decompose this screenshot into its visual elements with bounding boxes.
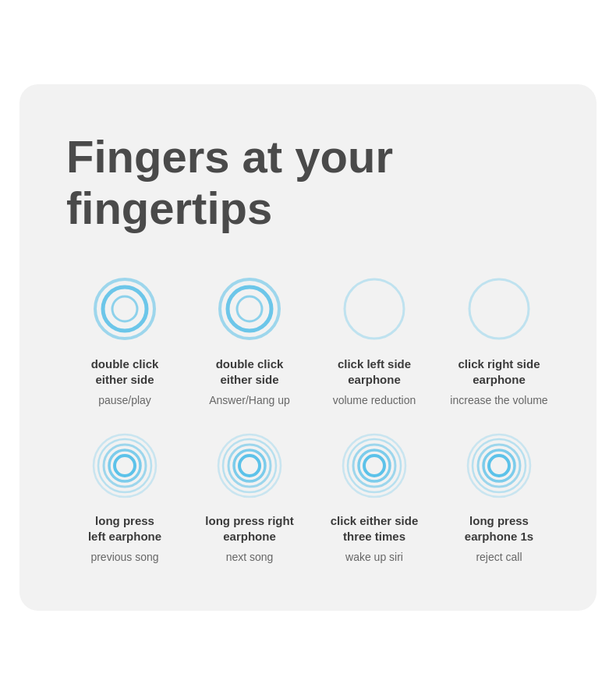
feature-item-long-press-1s-reject: long pressearphone 1s reject call [441, 431, 558, 564]
main-card: Fingers at your fingertips double clicke… [19, 84, 597, 612]
svg-point-29 [489, 456, 509, 476]
item-title-long-press-left-prev: long pressleft earphone [88, 513, 161, 544]
svg-point-6 [345, 279, 404, 339]
svg-point-8 [469, 279, 529, 339]
icon-long-press-right-next [214, 431, 285, 501]
svg-point-24 [364, 456, 384, 476]
icon-long-press-1s-reject [464, 431, 534, 501]
feature-item-long-press-left-prev: long pressleft earphone previous song [66, 431, 183, 564]
feature-item-double-click-either-answer: double clickeither side Answer/Hang up [191, 274, 308, 407]
svg-point-2 [112, 296, 137, 321]
item-title-triple-click-siri: click either sidethree times [331, 513, 419, 544]
features-grid: double clickeither side pause/play doubl… [66, 274, 558, 564]
svg-point-16 [223, 439, 276, 492]
main-title: Fingers at your fingertips [66, 131, 558, 235]
svg-point-1 [103, 287, 147, 331]
feature-item-click-left-volume-down: click left sideearphone volume reduction [316, 274, 433, 407]
icon-double-click-either-pause [90, 274, 160, 344]
item-title-click-right-volume-up: click right sideearphone [458, 356, 540, 387]
svg-point-26 [473, 439, 526, 492]
icon-click-left-volume-down [339, 274, 409, 344]
svg-point-11 [98, 439, 151, 492]
item-title-long-press-right-next: long press rightearphone [205, 513, 293, 544]
svg-point-19 [239, 456, 260, 476]
feature-item-long-press-right-next: long press rightearphone next song [191, 431, 308, 564]
item-title-double-click-either-answer: double clickeither side [216, 356, 284, 387]
item-subtitle-long-press-right-next: next song [226, 550, 274, 564]
item-subtitle-click-left-volume-down: volume reduction [333, 393, 416, 407]
item-subtitle-triple-click-siri: wake up siri [345, 550, 403, 564]
icon-triple-click-siri [339, 431, 409, 501]
feature-item-click-right-volume-up: click right sideearphone increase the vo… [441, 274, 558, 407]
item-subtitle-double-click-either-pause: pause/play [98, 393, 151, 407]
item-title-double-click-either-pause: double clickeither side [91, 356, 159, 387]
item-subtitle-long-press-left-prev: previous song [90, 550, 158, 564]
icon-double-click-either-answer [214, 274, 285, 344]
svg-point-4 [228, 287, 271, 331]
icon-long-press-left-prev [90, 431, 160, 501]
item-subtitle-long-press-1s-reject: reject call [476, 550, 522, 564]
item-title-long-press-1s-reject: long pressearphone 1s [465, 513, 533, 544]
item-subtitle-double-click-either-answer: Answer/Hang up [209, 393, 290, 407]
svg-point-5 [237, 296, 262, 321]
svg-point-9 [476, 285, 522, 332]
svg-point-7 [351, 285, 398, 332]
item-subtitle-click-right-volume-up: increase the volume [450, 393, 547, 407]
icon-click-right-volume-up [464, 274, 534, 344]
svg-point-14 [115, 456, 135, 476]
feature-item-double-click-either-pause: double clickeither side pause/play [66, 274, 183, 407]
item-title-click-left-volume-down: click left sideearphone [338, 356, 411, 387]
svg-point-21 [348, 439, 401, 492]
feature-item-triple-click-siri: click either sidethree times wake up sir… [316, 431, 433, 564]
